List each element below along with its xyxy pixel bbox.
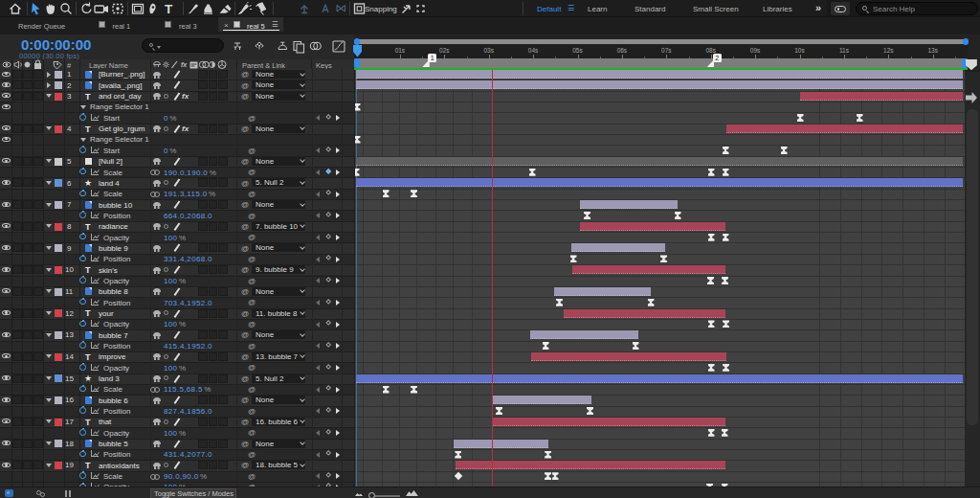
svg-text:T: T (165, 2, 173, 16)
